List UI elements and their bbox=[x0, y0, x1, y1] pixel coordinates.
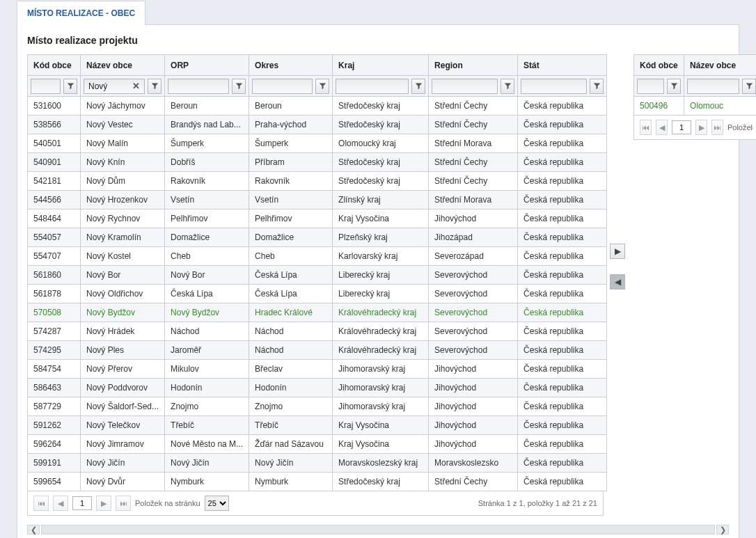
filter-input[interactable] bbox=[168, 79, 229, 94]
pager-page-input[interactable] bbox=[672, 120, 691, 134]
table-row[interactable]: 570508Nový BydžovNový BydžovHradec Králo… bbox=[28, 303, 607, 322]
filter-input[interactable] bbox=[521, 79, 587, 94]
cell-region: Jihovýchod bbox=[429, 209, 518, 228]
filter-text-input[interactable] bbox=[339, 81, 405, 92]
cell-kod: 596264 bbox=[28, 435, 81, 454]
col-region[interactable]: Region bbox=[429, 55, 518, 76]
cell-orp: Náchod bbox=[165, 322, 249, 341]
pager-first-button[interactable]: ⏮ bbox=[640, 120, 652, 135]
cell-stat: Česká republika bbox=[518, 191, 607, 209]
table-row[interactable]: 561878Nový OldřichovČeská LípaČeská Lípa… bbox=[28, 285, 607, 303]
filter-button[interactable] bbox=[590, 79, 604, 94]
filter-input[interactable] bbox=[252, 79, 313, 94]
filter-text-input[interactable] bbox=[640, 81, 661, 92]
pager-next-button[interactable]: ▶ bbox=[695, 120, 707, 135]
col-kod-obce-right[interactable]: Kód obce bbox=[634, 55, 684, 76]
funnel-icon bbox=[746, 82, 753, 90]
table-row[interactable]: 574287Nový HrádekNáchodNáchodKrálovéhrad… bbox=[28, 322, 607, 341]
filter-button[interactable] bbox=[742, 79, 756, 94]
col-kraj[interactable]: Kraj bbox=[333, 55, 429, 76]
pager-last-button[interactable]: ⏭ bbox=[116, 496, 131, 511]
cell-kraj: Středočeský kraj bbox=[333, 97, 429, 116]
table-row[interactable]: 591262Nový TelečkovTřebíčTřebíčKraj Vyso… bbox=[28, 416, 607, 435]
filter-text-input[interactable] bbox=[524, 81, 583, 92]
scroll-right-button[interactable]: ❯ bbox=[716, 525, 729, 535]
cell-stat: Česká republika bbox=[518, 435, 607, 454]
col-nazev-obce[interactable]: Název obce bbox=[81, 55, 165, 76]
table-row[interactable]: 584754Nový PřerovMikulovBřeclavJihomorav… bbox=[28, 360, 607, 379]
table-row[interactable]: 596264Nový JimramovNové Město na M...Žďá… bbox=[28, 435, 607, 454]
pager-page-input[interactable] bbox=[72, 496, 92, 510]
cell-kraj: Královéhradecký kraj bbox=[333, 322, 429, 341]
left-pager: ⏮ ◀ ▶ ⏭ Položek na stránku 25 Stránka 1 … bbox=[27, 491, 604, 516]
filter-text-input[interactable] bbox=[171, 81, 226, 92]
table-row[interactable]: 540501Nový MalínŠumperkŠumperkOlomoucký … bbox=[28, 134, 607, 153]
table-row[interactable]: 544566Nový HrozenkovVsetínVsetínZlínský … bbox=[28, 191, 607, 209]
cell-orp: Beroun bbox=[165, 97, 249, 116]
cell-nazev: Nový Poddvorov bbox=[81, 379, 165, 397]
filter-input[interactable] bbox=[432, 79, 498, 94]
cell-nazev: Nový Kostel bbox=[81, 247, 165, 266]
col-orp[interactable]: ORP bbox=[165, 55, 249, 76]
col-kod-obce[interactable]: Kód obce bbox=[28, 55, 81, 76]
table-row[interactable]: 542181Nový DůmRakovníkRakovníkStředočesk… bbox=[28, 172, 607, 191]
table-row[interactable]: 500496Olomouc bbox=[634, 97, 756, 116]
col-stat[interactable]: Stát bbox=[518, 55, 607, 76]
pager-first-button[interactable]: ⏮ bbox=[33, 496, 49, 511]
filter-button[interactable] bbox=[411, 79, 425, 94]
cell-kod: 544566 bbox=[28, 191, 81, 209]
cell-kraj: Kraj Vysočina bbox=[333, 416, 429, 435]
filter-input[interactable]: ✕ bbox=[84, 79, 145, 94]
cell-region: Severozápad bbox=[429, 247, 518, 266]
table-row[interactable]: 538566Nový VestecBrandýs nad Lab...Praha… bbox=[28, 116, 607, 134]
filter-button[interactable] bbox=[63, 79, 77, 94]
transfer-left-button[interactable]: ◀ bbox=[610, 274, 625, 290]
filter-button[interactable] bbox=[667, 79, 681, 94]
table-row[interactable]: 554057Nový KramolínDomažliceDomažlicePlz… bbox=[28, 228, 607, 247]
table-row[interactable]: 554707Nový KostelChebChebKarlovarský kra… bbox=[28, 247, 607, 266]
table-row[interactable]: 587729Nový Šaldorf-Sed...ZnojmoZnojmoJih… bbox=[28, 397, 607, 416]
table-row[interactable]: 531600Nový JáchymovBerounBerounStředočes… bbox=[28, 97, 607, 116]
cell-okres: Nymburk bbox=[249, 473, 333, 491]
table-row[interactable]: 574295Nový PlesJaroměřNáchodKrálovéhrade… bbox=[28, 341, 607, 360]
transfer-right-button[interactable]: ▶ bbox=[610, 244, 625, 259]
table-row[interactable]: 599654Nový DvůrNymburkNymburkStředočeský… bbox=[28, 473, 607, 491]
cell-stat: Česká republika bbox=[518, 303, 607, 322]
filter-text-input[interactable] bbox=[435, 81, 494, 92]
filter-input[interactable] bbox=[336, 79, 409, 94]
filter-button[interactable] bbox=[148, 79, 162, 94]
table-row[interactable]: 548464Nový RychnovPelhřimovPelhřimovKraj… bbox=[28, 209, 607, 228]
scroll-track[interactable] bbox=[41, 525, 715, 535]
filter-text-input[interactable] bbox=[87, 81, 131, 92]
filter-text-input[interactable] bbox=[691, 81, 736, 92]
table-row[interactable]: 599191Nový JičínNový JičínNový JičínMora… bbox=[28, 454, 607, 473]
pager-prev-button[interactable]: ◀ bbox=[656, 120, 668, 135]
scroll-left-button[interactable]: ❮ bbox=[27, 525, 40, 535]
cell-okres: Znojmo bbox=[249, 397, 333, 416]
cell-nazev: Nový Hrozenkov bbox=[81, 191, 165, 209]
filter-button[interactable] bbox=[501, 79, 514, 94]
cell-nazev: Nový Malín bbox=[81, 134, 165, 153]
horizontal-scrollbar[interactable]: ❮ ❯ bbox=[27, 524, 729, 535]
pager-next-button[interactable]: ▶ bbox=[96, 496, 111, 511]
filter-input[interactable] bbox=[637, 79, 664, 94]
cell-nazev: Nový Bor bbox=[81, 266, 165, 285]
cell-okres: Příbram bbox=[249, 153, 333, 172]
filter-input[interactable] bbox=[687, 79, 739, 94]
col-nazev-obce-right[interactable]: Název obce bbox=[684, 55, 756, 76]
table-row[interactable]: 561860Nový BorNový BorČeská LípaLibereck… bbox=[28, 266, 607, 285]
table-row[interactable]: 540901Nový KnínDobříšPříbramStředočeský … bbox=[28, 153, 607, 172]
filter-text-input[interactable] bbox=[255, 81, 309, 92]
filter-text-input[interactable] bbox=[34, 81, 57, 92]
tab-misto-realizace-obec[interactable]: MÍSTO REALIZACE - OBEC bbox=[17, 1, 145, 25]
filter-input[interactable] bbox=[31, 79, 61, 94]
filter-button[interactable] bbox=[232, 79, 246, 94]
pager-last-button[interactable]: ⏭ bbox=[711, 120, 723, 135]
pager-prev-button[interactable]: ◀ bbox=[53, 496, 68, 511]
col-okres[interactable]: Okres bbox=[249, 55, 333, 76]
table-row[interactable]: 586463Nový PoddvorovHodonínHodonínJihomo… bbox=[28, 379, 607, 397]
clear-filter-icon[interactable]: ✕ bbox=[131, 81, 141, 91]
cell-region: Jihozápad bbox=[429, 228, 518, 247]
filter-button[interactable] bbox=[315, 79, 329, 94]
per-page-select[interactable]: 25 bbox=[205, 496, 229, 511]
